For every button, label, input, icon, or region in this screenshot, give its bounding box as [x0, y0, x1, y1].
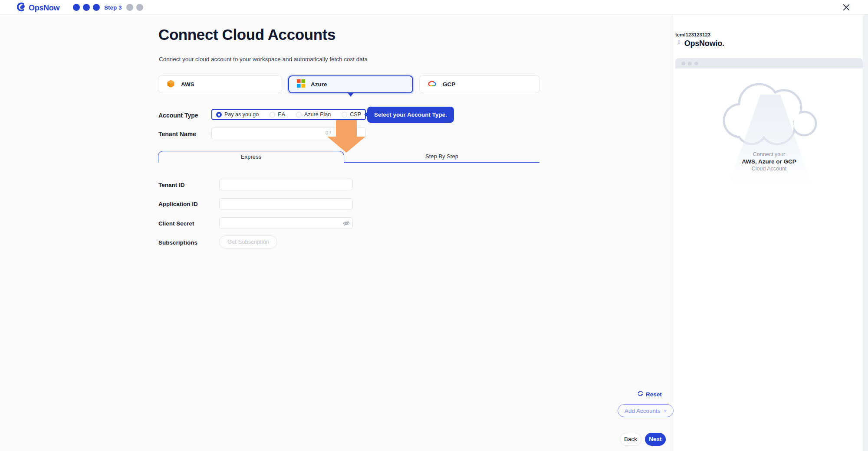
- top-bar: OpsNow Step 3: [0, 0, 868, 15]
- account-type-tooltip: Select your Account Type.: [367, 107, 454, 123]
- reset-button[interactable]: Reset: [637, 390, 662, 398]
- step-indicator: Step 3: [73, 4, 143, 11]
- page-subtitle: Connect your cloud account to your works…: [159, 56, 368, 62]
- logo-text: OpsNow: [29, 3, 59, 13]
- tab-express[interactable]: Express: [158, 151, 344, 163]
- connect-cloud-accounts-screen: OpsNow Step 3 Connect Cloud Accounts Con…: [0, 0, 868, 451]
- provider-label-azure: Azure: [311, 81, 327, 88]
- provider-card-gcp[interactable]: GCP: [419, 75, 540, 93]
- workspace-name: OpsNowio.: [684, 39, 724, 48]
- radio-unselected-icon: [270, 112, 275, 118]
- next-button[interactable]: Next: [645, 433, 666, 446]
- radio-csp[interactable]: CSP: [342, 111, 361, 118]
- cloud-illustration: [675, 69, 863, 201]
- radio-pay-as-you-go[interactable]: Pay as you go: [216, 111, 259, 118]
- get-subscription-button[interactable]: Get Subscription: [219, 235, 277, 248]
- plus-icon: +: [664, 408, 667, 414]
- reset-icon: [637, 390, 644, 398]
- step-label: Step 3: [104, 4, 122, 11]
- application-id-label: Application ID: [158, 201, 198, 207]
- scrollbar-track[interactable]: [863, 15, 868, 451]
- client-secret-input[interactable]: [219, 217, 353, 229]
- tenant-id-label: Tenant ID: [158, 182, 185, 188]
- radio-unselected-icon: [342, 112, 347, 118]
- preview-window-chrome: [675, 58, 863, 69]
- radio-unselected-icon: [296, 112, 302, 118]
- gcp-icon: [427, 80, 437, 89]
- back-button[interactable]: Back: [620, 433, 641, 446]
- illustration-text-line2: AWS, Azure or GCP: [675, 158, 863, 165]
- step-dot-upcoming-2: [136, 4, 143, 11]
- step-dot-current: [93, 4, 100, 11]
- step-dot-upcoming-1: [126, 4, 133, 11]
- opsnow-logo: OpsNow: [16, 2, 59, 13]
- microsoft-azure-icon: [297, 79, 305, 89]
- aws-icon: [166, 79, 175, 90]
- branch-icon: └: [677, 39, 681, 48]
- close-icon[interactable]: [842, 3, 850, 11]
- tenant-name-label: Tenant Name: [158, 131, 196, 137]
- add-accounts-button[interactable]: Add Accounts +: [618, 404, 674, 417]
- radio-selected-icon: [216, 112, 222, 118]
- account-type-label: Account Type: [158, 112, 198, 119]
- illustration-text-line3: Cloud Account: [675, 166, 863, 172]
- provider-card-aws[interactable]: AWS: [158, 75, 282, 93]
- add-accounts-label: Add Accounts: [625, 408, 661, 414]
- window-dot: [681, 62, 685, 65]
- illustration-text-line1: Connect your: [675, 151, 863, 157]
- application-id-input[interactable]: [219, 198, 353, 210]
- tab-step-by-step[interactable]: Step By Step: [344, 151, 539, 163]
- radio-azure-plan[interactable]: Azure Plan: [296, 111, 331, 118]
- eye-off-icon[interactable]: [342, 219, 350, 227]
- client-secret-label: Client Secret: [158, 220, 194, 227]
- step-dot-done-2: [83, 4, 90, 11]
- workspace-name-row: └ OpsNowio.: [677, 39, 724, 48]
- window-dot: [694, 62, 698, 65]
- azure-selected-caret-icon: [348, 93, 354, 97]
- step-dot-done-1: [73, 4, 80, 11]
- provider-card-azure[interactable]: Azure: [288, 75, 413, 93]
- opsnow-logo-icon: [16, 2, 26, 13]
- window-dot: [688, 62, 692, 65]
- tenant-id-input[interactable]: [219, 179, 353, 190]
- provider-label-aws: AWS: [181, 81, 194, 88]
- provider-label-gcp: GCP: [443, 81, 455, 88]
- reset-label: Reset: [646, 391, 662, 398]
- account-type-radio-group: Pay as you go EA Azure Plan CSP: [211, 109, 366, 120]
- radio-ea[interactable]: EA: [270, 111, 285, 118]
- subscriptions-label: Subscriptions: [158, 239, 197, 246]
- page-title: Connect Cloud Accounts: [158, 26, 335, 43]
- workspace-id: teml123123123: [675, 32, 710, 37]
